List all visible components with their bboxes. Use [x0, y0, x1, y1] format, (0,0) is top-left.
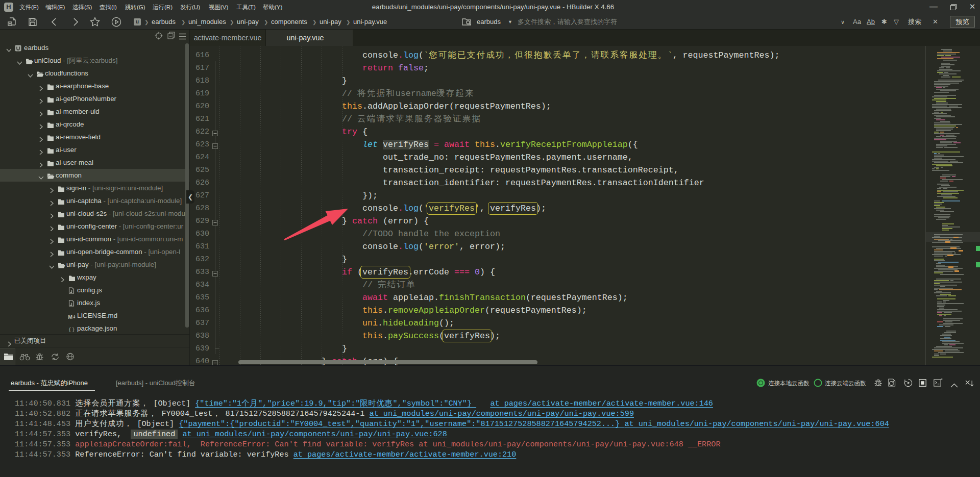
svg-text:{ }: { } [68, 328, 75, 333]
svg-text:M: M [68, 314, 72, 319]
